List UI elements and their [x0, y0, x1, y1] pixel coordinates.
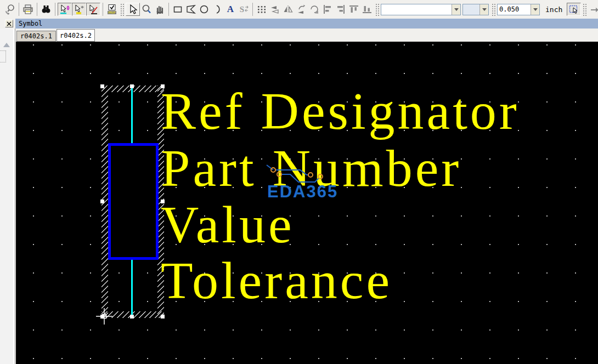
design-canvas[interactable]: Ref Designator Part Number Value Toleran…	[16, 42, 598, 364]
pan-button[interactable]	[153, 3, 166, 16]
snap-rotate-toggle[interactable]	[86, 3, 100, 16]
tab-r0402s-1[interactable]: r0402s.1	[16, 31, 56, 42]
toolbar-gripper[interactable]	[375, 3, 380, 16]
rotate-icon	[309, 4, 320, 15]
selection-handle[interactable]	[100, 84, 104, 88]
selection-handle[interactable]	[100, 200, 104, 203]
selection-handle[interactable]	[161, 84, 165, 88]
tab-label: r0402s.1	[20, 32, 52, 40]
label-value[interactable]: Value	[161, 198, 295, 251]
grid-scale-input[interactable]	[498, 4, 531, 15]
next-icon	[589, 4, 598, 15]
polygon-tool-button[interactable]	[184, 3, 198, 16]
tab-label: r0402s.2	[60, 32, 92, 39]
circle-tool-button[interactable]	[198, 3, 211, 16]
toolbar-separator	[37, 3, 37, 16]
align-top-button[interactable]	[347, 3, 360, 16]
application-window: PROP	[0, 0, 598, 364]
rect-icon	[172, 4, 183, 15]
print-button[interactable]	[21, 3, 35, 16]
pointer-select-button[interactable]	[126, 3, 140, 16]
zoom-in-icon	[141, 4, 152, 15]
print-icon	[22, 4, 33, 15]
symbol-panel-titlebar[interactable]: Symbol	[15, 19, 598, 29]
toolbar-gripper[interactable]	[120, 3, 125, 16]
align-bottom-button[interactable]	[360, 3, 374, 16]
toolbar-separator	[103, 3, 103, 16]
subclass-combobox[interactable]	[462, 4, 489, 15]
pointer-icon	[127, 4, 138, 15]
scroll-up-icon[interactable]	[3, 43, 10, 47]
label-ref-designator[interactable]: Ref Designator	[161, 85, 520, 138]
arc-icon	[212, 4, 223, 15]
snap-move-icon	[59, 4, 70, 15]
svg-text:S: S	[240, 5, 244, 14]
rotate-button[interactable]	[308, 3, 321, 16]
grid-toggle-button[interactable]	[255, 3, 268, 16]
toolbar-gripper[interactable]	[491, 3, 496, 16]
mirror-button[interactable]	[281, 3, 295, 16]
toolbar-separator	[252, 3, 253, 16]
selection-handle[interactable]	[161, 315, 165, 318]
toolbar-gripper[interactable]	[582, 3, 587, 16]
find-icon	[41, 4, 52, 15]
text-icon: A	[227, 4, 234, 15]
align-left-button[interactable]	[321, 3, 334, 16]
class-combobox[interactable]	[381, 4, 461, 15]
toolbar-separator	[168, 3, 169, 16]
text-tool-button[interactable]: A	[224, 3, 237, 16]
panel-highlight	[13, 29, 14, 364]
selection-handle[interactable]	[161, 200, 165, 203]
snap-rotate-icon	[88, 4, 99, 15]
arc-tool-button[interactable]	[211, 3, 224, 16]
align-left-icon	[322, 4, 333, 15]
grid-scale-combobox[interactable]	[497, 4, 540, 15]
mirror-icon	[283, 4, 294, 15]
shape-select-icon: S	[238, 4, 249, 15]
chevron-down-icon[interactable]	[531, 4, 539, 15]
label-tolerance[interactable]: Tolerance	[161, 254, 392, 307]
tab-bar: r0402s.1 r0402s.2	[15, 29, 598, 42]
panel-close-button[interactable]	[5, 20, 13, 27]
close-icon	[7, 21, 12, 26]
shape-select-button[interactable]: S	[237, 3, 250, 16]
class-combobox-input[interactable]	[381, 4, 452, 15]
chevron-down-icon[interactable]	[452, 4, 460, 15]
grid-icon	[256, 4, 267, 15]
zoom-redisplay-icon	[4, 4, 15, 15]
tab-r0402s-2[interactable]: r0402s.2	[57, 29, 95, 42]
flip-button[interactable]	[268, 3, 281, 16]
pan-icon	[154, 4, 165, 15]
spin-icon	[296, 4, 307, 15]
snap-move-toggle[interactable]	[58, 3, 72, 16]
svg-text:PROP: PROP	[108, 11, 116, 14]
move-next-button[interactable]	[588, 3, 598, 16]
zoom-redisplay-button[interactable]	[3, 3, 16, 16]
subclass-combobox-input[interactable]	[463, 4, 479, 15]
align-bottom-icon	[362, 4, 373, 15]
select-rect-icon	[568, 4, 579, 15]
selection-handle[interactable]	[130, 84, 134, 88]
toolbar-separator	[55, 3, 55, 16]
flip-icon	[269, 4, 280, 15]
spin-button[interactable]	[295, 3, 308, 16]
left-side-panel[interactable]	[0, 29, 15, 364]
align-right-button[interactable]	[334, 3, 347, 16]
circle-icon	[199, 4, 210, 15]
component-body-rect[interactable]	[108, 143, 159, 260]
chevron-down-icon[interactable]	[479, 4, 488, 15]
rectangle-tool-button[interactable]	[171, 3, 184, 16]
find-button[interactable]	[40, 3, 53, 16]
align-top-icon	[348, 4, 359, 15]
zoom-in-button[interactable]	[140, 3, 153, 16]
toolbar-separator	[19, 3, 19, 16]
window-select-button[interactable]	[567, 3, 581, 16]
main-toolbar: PROP	[0, 0, 598, 19]
snap-mirror-toggle[interactable]	[72, 3, 86, 16]
panel-title: Symbol	[19, 20, 42, 27]
snap-mirror-icon	[74, 4, 84, 15]
panel-gripper[interactable]	[0, 50, 6, 62]
selection-handle[interactable]	[130, 315, 134, 318]
align-right-icon	[335, 4, 346, 15]
property-edit-button[interactable]: PROP	[105, 3, 119, 16]
